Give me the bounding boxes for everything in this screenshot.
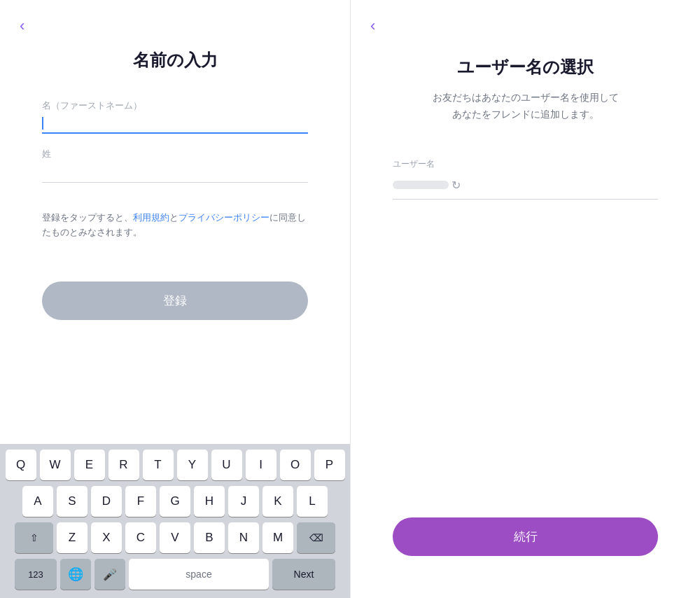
key-d[interactable]: D (91, 486, 122, 517)
privacy-link[interactable]: プライバシーポリシー (178, 212, 270, 223)
keyboard-row-1: Q W E R T Y U I O P (3, 450, 347, 480)
key-a[interactable]: A (22, 486, 53, 517)
key-w[interactable]: W (40, 450, 71, 480)
left-panel: ‹ 名前の入力 名（ファーストネーム） 姓 登録をタップすると、利用規約とプライ… (0, 0, 350, 598)
key-b[interactable]: B (194, 522, 225, 553)
key-p[interactable]: P (314, 450, 345, 480)
space-key[interactable]: space (129, 559, 269, 590)
back-button-left[interactable]: ‹ (14, 14, 30, 38)
key-m[interactable]: M (262, 522, 293, 553)
key-k[interactable]: K (262, 486, 293, 517)
key-y[interactable]: Y (177, 450, 208, 480)
next-key[interactable]: Next (272, 559, 335, 590)
num-key[interactable]: 123 (15, 559, 57, 590)
key-t[interactable]: T (143, 450, 174, 480)
page-title-left: 名前の入力 (42, 49, 308, 71)
username-placeholder (393, 181, 449, 189)
key-i[interactable]: I (246, 450, 276, 480)
terms-text: 登録をタップすると、利用規約とプライバシーポリシーに同意したものとみなされます。 (42, 211, 308, 240)
username-input-wrapper: ↻ (393, 176, 658, 200)
key-x[interactable]: X (91, 522, 122, 553)
key-o[interactable]: O (280, 450, 311, 480)
key-c[interactable]: C (125, 522, 156, 553)
first-name-group: 名（ファーストネーム） (42, 99, 308, 134)
text-cursor (42, 117, 43, 130)
right-panel: ‹ ユーザー名の選択 お友だちはあなたのユーザー名を使用してあなたをフレンドに追… (351, 0, 700, 598)
key-l[interactable]: L (297, 486, 328, 517)
globe-key[interactable]: 🌐 (60, 559, 91, 590)
last-name-group: 姓 (42, 148, 308, 183)
username-label: ユーザー名 (393, 158, 658, 170)
page-title-right: ユーザー名の選択 (393, 56, 658, 78)
keyboard-row-3: ⇧ Z X C V B N M ⌫ (3, 522, 347, 553)
shift-key[interactable]: ⇧ (15, 522, 53, 553)
key-f[interactable]: F (125, 486, 156, 517)
mic-key[interactable]: 🎤 (94, 559, 125, 590)
first-name-label: 名（ファーストネーム） (42, 99, 308, 112)
key-s[interactable]: S (57, 486, 88, 517)
username-field-group: ユーザー名 ↻ (393, 158, 658, 200)
keyboard-row-4: 123 🌐 🎤 space Next (3, 559, 347, 590)
keyboard-row-2: A S D F G H J K L (3, 486, 347, 517)
keyboard: Q W E R T Y U I O P A S D F G H J K L ⇧ … (0, 444, 350, 598)
key-e[interactable]: E (74, 450, 105, 480)
delete-key[interactable]: ⌫ (297, 522, 335, 553)
key-v[interactable]: V (160, 522, 190, 553)
right-content: ユーザー名の選択 お友だちはあなたのユーザー名を使用してあなたをフレンドに追加し… (351, 0, 700, 598)
key-u[interactable]: U (211, 450, 242, 480)
continue-button[interactable]: 続行 (393, 517, 658, 556)
subtitle: お友だちはあなたのユーザー名を使用してあなたをフレンドに追加します。 (393, 90, 658, 123)
last-name-label: 姓 (42, 148, 308, 160)
key-g[interactable]: G (160, 486, 190, 517)
key-r[interactable]: R (108, 450, 139, 480)
key-j[interactable]: J (228, 486, 259, 517)
key-n[interactable]: N (228, 522, 259, 553)
key-z[interactable]: Z (57, 522, 88, 553)
left-content: 名前の入力 名（ファーストネーム） 姓 登録をタップすると、利用規約とプライバシ… (0, 0, 350, 444)
register-button[interactable]: 登録 (42, 281, 308, 320)
terms-link[interactable]: 利用規約 (133, 212, 169, 223)
refresh-icon[interactable]: ↻ (449, 176, 463, 195)
back-button-right[interactable]: ‹ (365, 14, 381, 38)
key-h[interactable]: H (194, 486, 225, 517)
key-q[interactable]: Q (6, 450, 36, 480)
